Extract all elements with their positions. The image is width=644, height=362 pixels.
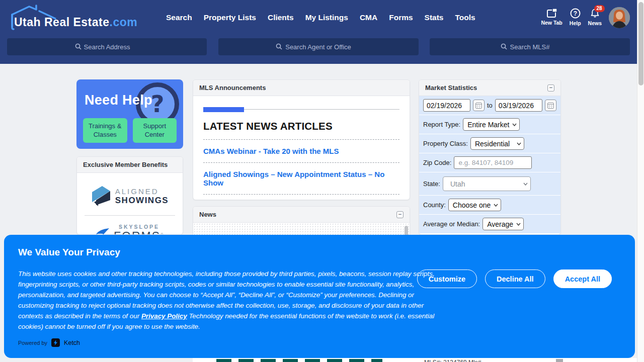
zip-code-label: Zip Code: bbox=[423, 159, 451, 166]
new-tab-label: New Tab bbox=[541, 20, 562, 26]
cookie-banner-title: We Value Your Privacy bbox=[18, 247, 120, 258]
property-class-select[interactable]: Residential bbox=[470, 137, 524, 150]
clipped-heading-fragment bbox=[216, 359, 382, 362]
nav-property-lists[interactable]: Property Lists bbox=[204, 13, 256, 22]
nav-search[interactable]: Search bbox=[166, 13, 192, 22]
article-link-cmas-webinar[interactable]: CMAs Webinar - Take 20 with the MLS bbox=[203, 147, 399, 155]
customize-button[interactable]: Customize bbox=[417, 269, 477, 288]
divider bbox=[203, 139, 399, 140]
date-to-label: to bbox=[487, 102, 493, 109]
help-label: Help bbox=[570, 20, 581, 26]
county-label: County: bbox=[423, 201, 446, 209]
chevron-down-icon bbox=[512, 123, 517, 126]
report-type-select[interactable]: Entire Market bbox=[463, 118, 520, 131]
ketch-logo-icon[interactable] bbox=[51, 338, 60, 347]
news-badge: 28 bbox=[594, 5, 605, 12]
nav-cma[interactable]: CMA bbox=[360, 13, 377, 22]
member-benefits-title: Exclusive Member Benefits bbox=[83, 161, 168, 168]
new-tab-button[interactable]: New Tab bbox=[541, 6, 562, 26]
market-statistics-panel: Market Statistics − to Report Type: Enti… bbox=[419, 79, 561, 235]
state-select[interactable]: Utah bbox=[443, 176, 531, 191]
member-benefits-panel: Exclusive Member Benefits ALIGNED SHOWIN… bbox=[76, 156, 183, 235]
help-icon: ? bbox=[570, 8, 581, 19]
page-scrollbar-thumb[interactable] bbox=[638, 2, 643, 85]
search-mls-input[interactable] bbox=[430, 38, 630, 55]
aligned-showings-logo[interactable]: ALIGNED SHOWINGS bbox=[91, 178, 169, 215]
skyslope-icon bbox=[95, 226, 110, 235]
powered-by-label: Powered by bbox=[18, 340, 47, 346]
chevron-down-icon bbox=[494, 204, 498, 207]
page-scrollbar-track[interactable] bbox=[637, 0, 644, 362]
skyslope-line2: FORMS® bbox=[114, 230, 165, 235]
powered-by-row: Powered by Ketch bbox=[18, 338, 80, 347]
report-type-label: Report Type: bbox=[423, 121, 460, 128]
calendar-icon bbox=[475, 102, 482, 109]
header-actions: New Tab ? Help 28 News bbox=[541, 6, 630, 28]
news-panel-header: News − bbox=[193, 207, 410, 223]
county-row: County: Choose one bbox=[419, 196, 560, 215]
search-agent-office-input[interactable] bbox=[218, 38, 419, 55]
avatar-photo bbox=[609, 7, 630, 28]
date-range-row: to bbox=[419, 96, 560, 115]
cookie-banner-text: This website uses cookies and other trac… bbox=[18, 269, 447, 332]
divider bbox=[203, 194, 399, 195]
trainings-classes-button[interactable]: Trainings & Classes bbox=[83, 118, 127, 143]
user-avatar[interactable] bbox=[609, 7, 630, 28]
news-button[interactable]: 28 News bbox=[588, 6, 602, 26]
svg-text:?: ? bbox=[574, 10, 577, 17]
privacy-policy-link[interactable]: Privacy Policy bbox=[141, 312, 187, 320]
skyslope-forms-logo[interactable]: SKYSLOPE FORMS® bbox=[95, 216, 165, 235]
clipped-scrollbar-fragment bbox=[556, 359, 563, 362]
average-median-select[interactable]: Average bbox=[482, 218, 524, 230]
report-type-row: Report Type: Entire Market bbox=[419, 115, 560, 134]
county-select[interactable]: Choose one bbox=[448, 199, 502, 211]
quick-search-row bbox=[0, 38, 637, 55]
site-logo-text: Utah Real Estate.com bbox=[14, 16, 137, 29]
minimize-icon[interactable]: − bbox=[547, 84, 554, 92]
aligned-showings-icon bbox=[91, 185, 111, 207]
chevron-down-icon bbox=[517, 142, 521, 145]
date-to-input[interactable] bbox=[495, 99, 542, 112]
state-row: State: Utah bbox=[419, 172, 560, 196]
decline-all-button[interactable]: Decline All bbox=[485, 269, 545, 288]
latest-news-heading: LATEST NEWS ARTICLES bbox=[203, 120, 399, 132]
search-address-input[interactable] bbox=[7, 38, 207, 55]
calendar-to-button[interactable] bbox=[545, 100, 556, 111]
average-median-label: Average or Median: bbox=[423, 220, 480, 228]
member-benefits-header: Exclusive Member Benefits bbox=[77, 157, 183, 173]
need-help-title: Need Help bbox=[85, 93, 152, 108]
help-button[interactable]: ? Help bbox=[570, 6, 581, 26]
mls-announcements-panel: MLS Announcements LATEST NEWS ARTICLES C… bbox=[193, 79, 410, 200]
average-median-row: Average or Median: Average bbox=[419, 215, 560, 234]
accept-all-button[interactable]: Accept All bbox=[553, 269, 612, 288]
nav-clients[interactable]: Clients bbox=[268, 13, 294, 22]
cookie-banner-buttons: Customize Decline All Accept All bbox=[417, 269, 612, 288]
zip-code-input[interactable] bbox=[454, 156, 532, 169]
market-statistics-header: Market Statistics − bbox=[419, 80, 560, 96]
minimize-icon[interactable]: − bbox=[396, 211, 404, 218]
clipped-mls-text: MLS#: 2134769 Mls# bbox=[424, 359, 481, 362]
calendar-icon bbox=[547, 102, 554, 109]
site-logo[interactable]: Utah Real Estate.com bbox=[7, 5, 133, 31]
chevron-down-icon bbox=[523, 183, 528, 186]
ketch-vendor-name[interactable]: Ketch bbox=[64, 339, 80, 346]
support-center-button[interactable]: Support Center bbox=[133, 118, 177, 143]
page: Utah Real Estate.com Search Property Lis… bbox=[0, 0, 644, 362]
clipped-page-content: MLS#: 2134769 Mls# bbox=[193, 358, 637, 362]
nav-forms[interactable]: Forms bbox=[389, 13, 413, 22]
nav-my-listings[interactable]: My Listings bbox=[305, 13, 348, 22]
carousel-progress bbox=[203, 107, 399, 112]
chevron-down-icon bbox=[516, 223, 521, 226]
calendar-from-button[interactable] bbox=[473, 100, 485, 111]
news-label: News bbox=[588, 20, 602, 26]
mls-announcements-header: MLS Announcements bbox=[193, 80, 410, 96]
article-link-aligned-showings[interactable]: Aligned Showings – New Appointment Statu… bbox=[203, 170, 399, 187]
market-statistics-title: Market Statistics bbox=[425, 84, 477, 92]
top-header: Utah Real Estate.com Search Property Lis… bbox=[0, 0, 637, 64]
nav-tools[interactable]: Tools bbox=[455, 13, 475, 22]
news-panel-title: News bbox=[199, 211, 216, 218]
zip-code-row: Zip Code: bbox=[419, 153, 560, 172]
nav-stats[interactable]: Stats bbox=[425, 13, 444, 22]
cookie-consent-banner: We Value Your Privacy This website uses … bbox=[4, 235, 635, 358]
date-from-input[interactable] bbox=[423, 99, 470, 112]
